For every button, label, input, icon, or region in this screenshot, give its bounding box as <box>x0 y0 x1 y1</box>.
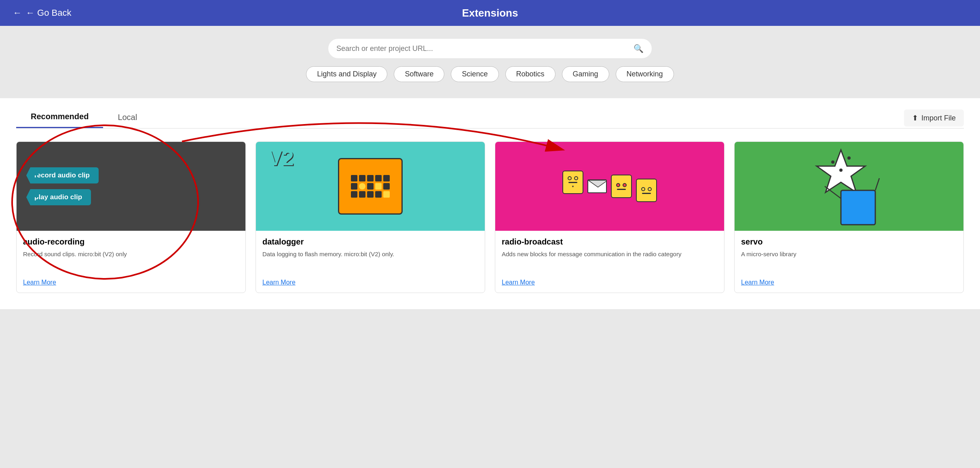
card-image-radio: ♥ <box>495 142 724 231</box>
tab-local[interactable]: Local <box>103 106 152 128</box>
filter-software[interactable]: Software <box>394 66 444 82</box>
radio-robots: ♥ <box>556 168 663 204</box>
card-desc-datalogger: Data logging to flash memory. micro:bit … <box>262 250 478 274</box>
card-body-audio: audio-recording Record sound clips. micr… <box>17 231 245 293</box>
svg-rect-5 <box>841 190 875 225</box>
main-content: Recommended Local ⬆ Import File record a… <box>0 98 980 309</box>
robot-3 <box>636 179 657 202</box>
learn-more-servo[interactable]: Learn More <box>741 279 957 286</box>
v2-label: V2 <box>268 146 294 170</box>
audio-block-play: play audio clip <box>26 189 91 205</box>
tab-recommended[interactable]: Recommended <box>16 106 103 128</box>
tabs: Recommended Local <box>16 106 152 128</box>
search-area: 🔍 Lights and Display Software Science Ro… <box>0 26 980 90</box>
filter-robotics[interactable]: Robotics <box>505 66 555 82</box>
back-arrow-icon: ← <box>13 8 22 18</box>
filter-networking[interactable]: Networking <box>616 66 674 82</box>
svg-line-7 <box>875 178 879 190</box>
filter-pills: Lights and Display Software Science Robo… <box>306 66 674 82</box>
servo-illustration <box>809 142 889 231</box>
learn-more-radio[interactable]: Learn More <box>502 279 718 286</box>
card-body-datalogger: datalogger Data logging to flash memory.… <box>256 231 485 293</box>
card-image-audio: record audio clip play audio clip <box>17 142 245 231</box>
tabs-row: Recommended Local ⬆ Import File <box>16 98 964 129</box>
import-file-label: Import File <box>921 114 956 122</box>
upload-icon: ⬆ <box>912 114 918 122</box>
filter-lights-display[interactable]: Lights and Display <box>306 66 387 82</box>
header: ← ← Go Back Extensions <box>0 0 980 26</box>
robot-1: ♥ <box>562 171 583 194</box>
audio-block-record: record audio clip <box>26 167 99 183</box>
robot-2 <box>611 175 632 198</box>
go-back-label: ← Go Back <box>26 8 71 18</box>
filter-science[interactable]: Science <box>451 66 498 82</box>
extension-card-datalogger[interactable]: V2 <box>256 141 485 293</box>
card-image-servo <box>735 142 963 231</box>
filter-gaming[interactable]: Gaming <box>562 66 609 82</box>
envelope <box>587 179 607 193</box>
card-body-servo: servo A micro-servo library Learn More <box>735 231 963 293</box>
card-title-audio: audio-recording <box>23 237 239 247</box>
go-back-button[interactable]: ← ← Go Back <box>13 8 71 18</box>
search-icon: 🔍 <box>634 44 644 53</box>
card-title-radio: radio-broadcast <box>502 237 718 247</box>
cards-wrapper: record audio clip play audio clip audio-… <box>16 141 964 293</box>
svg-point-2 <box>831 160 834 164</box>
card-desc-servo: A micro-servo library <box>741 250 957 274</box>
card-title-servo: servo <box>741 237 957 247</box>
extension-card-audio-recording[interactable]: record audio clip play audio clip audio-… <box>16 141 246 293</box>
svg-point-4 <box>839 169 843 172</box>
learn-more-audio[interactable]: Learn More <box>23 279 239 286</box>
import-file-button[interactable]: ⬆ Import File <box>904 110 964 126</box>
card-image-datalogger: V2 <box>256 142 485 231</box>
svg-marker-0 <box>588 180 607 187</box>
search-input[interactable] <box>336 44 629 53</box>
extension-card-radio-broadcast[interactable]: ♥ <box>495 141 724 293</box>
extension-card-servo[interactable]: servo A micro-servo library Learn More <box>734 141 964 293</box>
svg-point-3 <box>847 156 851 160</box>
card-desc-audio: Record sound clips. micro:bit (V2) only <box>23 250 239 274</box>
card-body-radio: radio-broadcast Adds new blocks for mess… <box>495 231 724 293</box>
card-title-datalogger: datalogger <box>262 237 478 247</box>
card-desc-radio: Adds new blocks for message communicatio… <box>502 250 718 274</box>
search-bar-container: 🔍 <box>328 39 652 58</box>
page-title: Extensions <box>462 7 518 19</box>
datalogger-board <box>338 158 403 215</box>
learn-more-datalogger[interactable]: Learn More <box>262 279 478 286</box>
extensions-grid: record audio clip play audio clip audio-… <box>16 141 964 293</box>
